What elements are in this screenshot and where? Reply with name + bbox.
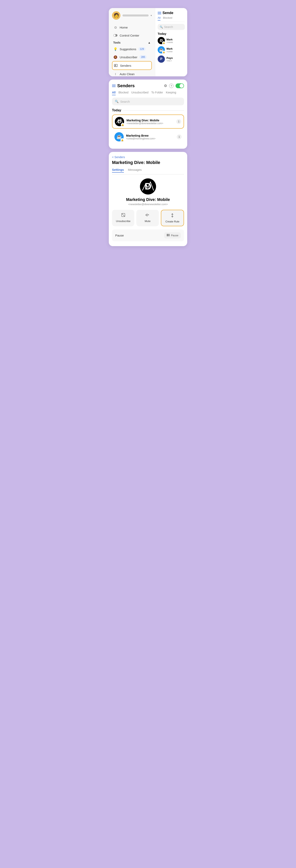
tools-section-header: Tools ▲ <box>112 39 152 45</box>
detail-title: Marketing Dive: Mobile <box>112 160 184 165</box>
marketing-dive-row-info: Marketing Dive: Mobile <newsletter@diven… <box>126 119 174 125</box>
sidebar-item-unsubscriber[interactable]: 🔕 Unsubscriber 285 <box>112 53 152 61</box>
mute-label: Mute <box>145 220 151 223</box>
tab-to-folder[interactable]: To Folder <box>151 91 163 95</box>
marketing-brew-row-bell-icon: 🔔 <box>120 138 124 142</box>
senders-list-header: Senders ⚙ ? <box>112 83 184 88</box>
preview-tab-blocked[interactable]: Blocked <box>163 16 172 21</box>
sidebar-item-senders[interactable]: Senders <box>112 61 152 70</box>
preview-sender-payo[interactable]: P Payo <no-r <box>158 56 185 63</box>
sidebar-item-home[interactable]: ⊙ Home <box>112 23 152 31</box>
marketing-dive-row-bell-icon: 🔔 <box>121 123 124 127</box>
unsubscriber-badge: 285 <box>139 55 147 59</box>
sender-detail-panel: < Senders Marketing Dive: Mobile Setting… <box>109 152 187 246</box>
detail-tabs-row: Settings Messages <box>112 168 184 175</box>
tab-blocked[interactable]: Blocked <box>118 91 128 95</box>
svg-rect-8 <box>167 234 168 236</box>
marketing-dive-row-name: Marketing Dive: Mobile <box>126 119 174 122</box>
tab-all[interactable]: All <box>112 91 116 95</box>
sidebar-panel: 🧑 ▾ ⊙ Home Control Center Tools <box>109 8 187 76</box>
help-icon[interactable]: ? <box>169 84 174 88</box>
sidebar-item-auto-clean[interactable]: ↕ Auto Clean <box>112 70 152 76</box>
avatar: 🧑 <box>112 11 120 20</box>
sidebar-item-unsubscriber-label: Unsubscriber <box>120 56 137 59</box>
senders-search-placeholder: Search <box>120 100 130 103</box>
sender-row-marketing-brew[interactable]: ☕ 🔔 Marketing Brew <crew@morningbrew.com… <box>112 130 184 144</box>
senders-toggle[interactable] <box>176 83 184 88</box>
detail-tab-settings[interactable]: Settings <box>112 168 124 173</box>
tools-collapse-icon[interactable]: ▲ <box>148 41 151 44</box>
marketing-dive-row-logo: D 🔔 <box>115 117 124 126</box>
detail-tab-messages[interactable]: Messages <box>128 168 142 173</box>
senders-list-title-area: Senders <box>112 83 135 88</box>
divider-line <box>123 110 184 111</box>
detail-logo-area: D <box>112 179 184 194</box>
menu-lines-icon <box>158 12 161 14</box>
marketing-brew-row-email: <crew@morningbrew.com> <box>126 137 174 140</box>
pause-label: Pause <box>115 234 124 237</box>
unsubscribe-label: Unsubscribe <box>116 220 130 223</box>
sidebar: 🧑 ▾ ⊙ Home Control Center Tools <box>109 8 155 76</box>
sidebar-item-control-center[interactable]: Control Center <box>112 31 152 39</box>
svg-point-1 <box>115 65 116 66</box>
tab-unsubscribed[interactable]: Unsubscribed <box>131 91 149 95</box>
marketing-dive-bell-icon: 🔔 <box>162 41 165 44</box>
marketing-dive-info: Mark <news <box>167 38 185 43</box>
detail-sender-logo: D <box>140 179 156 194</box>
today-section-label: Today <box>112 108 121 112</box>
senders-list-title: Senders <box>117 83 135 88</box>
senders-tabs-row: All Blocked Unsubscribed To Folder Keepi… <box>112 91 184 95</box>
unsubscribe-button[interactable]: Unsubscribe <box>112 210 134 226</box>
create-rule-button[interactable]: Create Rule <box>161 210 184 226</box>
search-icon: 🔍 <box>115 100 119 103</box>
breadcrumb[interactable]: < Senders <box>112 156 184 159</box>
unsubscriber-icon: 🔕 <box>113 55 118 59</box>
marketing-brew-row-logo: ☕ 🔔 <box>114 132 124 142</box>
unsubscribe-icon <box>121 213 126 218</box>
sidebar-item-senders-label: Senders <box>120 64 131 67</box>
marketing-dive-count: 1 <box>176 119 181 124</box>
marketing-brew-bell-icon: 🔔 <box>162 51 165 54</box>
senders-list-menu-icon <box>112 85 116 87</box>
action-buttons-row: Unsubscribe Mute Create Rule <box>112 210 184 226</box>
detail-sender-email: <newsletter@divenewsletter.com> <box>112 203 184 206</box>
tools-label: Tools <box>113 41 120 44</box>
senders-preview-search[interactable]: 🔍 Search <box>158 24 185 30</box>
marketing-brew-row-info: Marketing Brew <crew@morningbrew.com> <box>126 134 174 140</box>
preview-sender-marketing-dive[interactable]: D 🔔 Mark <news <box>158 37 185 44</box>
user-name-bar <box>122 14 149 17</box>
sidebar-item-home-label: Home <box>120 26 128 29</box>
sidebar-item-control-center-label: Control Center <box>120 34 139 37</box>
senders-search-bar[interactable]: 🔍 Search <box>112 98 184 105</box>
suggestions-badge: 129 <box>138 47 146 51</box>
create-rule-label: Create Rule <box>166 220 179 223</box>
sidebar-item-auto-clean-label: Auto Clean <box>120 72 135 76</box>
marketing-brew-sub: <crew <box>167 50 185 53</box>
marketing-dive-name: Mark <box>167 38 185 41</box>
senders-preview-header: Sende <box>158 11 185 15</box>
senders-list-controls: ⚙ ? <box>164 83 184 88</box>
filter-icon[interactable]: ⚙ <box>164 84 167 88</box>
home-icon: ⊙ <box>113 25 118 30</box>
sidebar-user-header[interactable]: 🧑 ▾ <box>112 11 152 20</box>
senders-preview-today: Today <box>158 32 185 35</box>
preview-sender-marketing-brew[interactable]: ☕ 🔔 Mark <crew <box>158 46 185 54</box>
sidebar-item-suggestions-label: Suggestions <box>120 48 136 51</box>
senders-preview-search-placeholder: Search <box>164 25 173 29</box>
mute-button[interactable]: Mute <box>136 210 159 226</box>
chevron-down-icon: ▾ <box>151 14 152 17</box>
pause-button[interactable]: Pause <box>164 232 181 239</box>
marketing-dive-sub: <news <box>167 41 185 43</box>
today-section-divider: Today <box>112 108 184 112</box>
pause-row: Pause Pause <box>112 229 184 241</box>
marketing-brew-name: Mark <box>167 47 185 50</box>
senders-list-panel: Senders ⚙ ? All Blocked Unsubscribed To … <box>109 80 187 149</box>
tab-keeping[interactable]: Keeping <box>166 91 176 95</box>
payo-logo: P <box>158 56 165 63</box>
sender-row-marketing-dive[interactable]: D 🔔 Marketing Dive: Mobile <newsletter@d… <box>112 115 184 129</box>
marketing-brew-count: 1 <box>177 134 182 139</box>
preview-tab-all[interactable]: All <box>158 16 160 21</box>
control-center-icon <box>113 33 118 38</box>
detail-sender-name: Marketing Dive: Mobile <box>112 197 184 202</box>
sidebar-item-suggestions[interactable]: 💡 Suggestions 129 <box>112 45 152 53</box>
